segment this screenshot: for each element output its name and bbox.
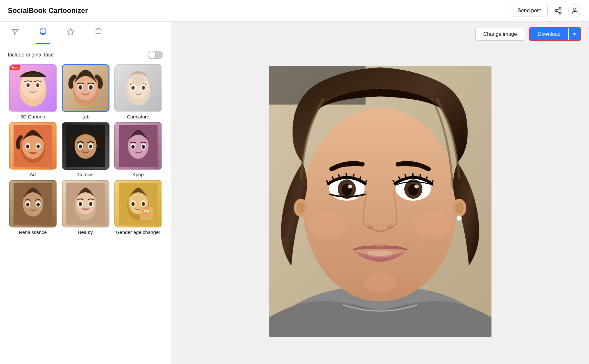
right-toolbar: Change image Download ▾ bbox=[171, 22, 589, 46]
svg-point-29 bbox=[142, 86, 145, 90]
svg-point-65 bbox=[89, 202, 92, 206]
face-kpop bbox=[115, 123, 161, 169]
svg-line-98 bbox=[353, 174, 354, 179]
face-3dcartoon bbox=[10, 65, 56, 111]
svg-point-75 bbox=[144, 210, 146, 212]
svg-point-37 bbox=[36, 145, 40, 148]
cartoon-portrait bbox=[269, 66, 491, 337]
svg-point-112 bbox=[367, 225, 374, 229]
svg-point-93 bbox=[348, 185, 352, 188]
download-button-container: Download ▾ bbox=[529, 27, 581, 41]
style-thumb-genderage bbox=[114, 180, 162, 228]
style-item-comics[interactable]: Comics bbox=[60, 122, 110, 177]
include-face-toggle[interactable] bbox=[148, 51, 163, 59]
svg-point-84 bbox=[414, 211, 453, 237]
style-thumb-comics bbox=[62, 122, 109, 170]
svg-line-108 bbox=[413, 173, 413, 178]
svg-point-74 bbox=[142, 206, 151, 217]
svg-point-36 bbox=[26, 145, 29, 148]
style-item-art[interactable]: Art bbox=[8, 122, 58, 177]
svg-point-9 bbox=[42, 29, 44, 31]
account-button[interactable] bbox=[568, 4, 581, 17]
svg-point-51 bbox=[142, 145, 145, 149]
left-panel: Include original face Hot bbox=[0, 22, 171, 364]
style-label-art: Art bbox=[30, 172, 36, 177]
style-item-caricature[interactable]: Caricature bbox=[113, 64, 163, 119]
svg-line-109 bbox=[420, 174, 420, 179]
account-icon bbox=[571, 7, 578, 14]
download-dropdown-button[interactable]: ▾ bbox=[569, 28, 580, 40]
style-label-caricature: Caricature bbox=[127, 114, 149, 119]
preview-image-container bbox=[269, 66, 491, 337]
face-genderage bbox=[115, 181, 161, 227]
share-icon bbox=[554, 6, 562, 15]
style-label-renaissance: Renaissance bbox=[19, 229, 47, 235]
tab-notification[interactable] bbox=[91, 22, 106, 44]
svg-point-58 bbox=[36, 203, 40, 207]
svg-point-5 bbox=[574, 8, 576, 10]
svg-point-113 bbox=[387, 225, 393, 229]
tabs-bar bbox=[0, 22, 171, 44]
send-post-button[interactable]: Send post bbox=[511, 5, 548, 16]
svg-point-115 bbox=[364, 272, 396, 292]
download-button[interactable]: Download bbox=[530, 28, 568, 40]
style-thumb-lab bbox=[62, 64, 109, 112]
style-label-kpop: Kpop bbox=[132, 172, 144, 177]
svg-marker-10 bbox=[67, 28, 74, 35]
svg-line-97 bbox=[346, 173, 347, 178]
hot-badge: Hot bbox=[10, 65, 20, 70]
tab-favorite[interactable] bbox=[63, 22, 78, 44]
svg-point-87 bbox=[457, 216, 462, 221]
tab-filter[interactable] bbox=[8, 22, 23, 44]
svg-point-64 bbox=[79, 202, 82, 206]
svg-point-104 bbox=[414, 185, 419, 188]
svg-point-22 bbox=[78, 85, 82, 90]
style-thumb-beauty bbox=[62, 180, 109, 228]
header: SocialBook Cartoonizer Send post bbox=[0, 0, 589, 22]
style-label-comics: Comics bbox=[77, 172, 93, 177]
tab-style[interactable] bbox=[36, 22, 50, 44]
style-item-lab[interactable]: Lab bbox=[60, 64, 110, 119]
change-image-button[interactable]: Change image bbox=[475, 28, 525, 41]
main-layout: Include original face Hot bbox=[0, 22, 589, 364]
cartoon-portrait-svg bbox=[269, 66, 491, 337]
svg-point-83 bbox=[307, 211, 346, 237]
chevron-down-icon: ▾ bbox=[573, 31, 576, 37]
svg-point-43 bbox=[79, 145, 82, 148]
face-comics bbox=[63, 123, 108, 169]
style-label-beauty: Beauty bbox=[78, 229, 93, 235]
header-left: SocialBook Cartoonizer bbox=[8, 6, 88, 15]
svg-point-44 bbox=[89, 145, 92, 148]
style-label-3dcartoon: 3D Cartoon bbox=[20, 114, 45, 119]
app-title: SocialBook Cartoonizer bbox=[8, 6, 88, 15]
toggle-label: Include original face bbox=[8, 52, 54, 58]
favorite-tab-icon bbox=[66, 27, 76, 39]
face-renaissance bbox=[10, 181, 56, 227]
filter-tab-icon bbox=[10, 27, 20, 39]
svg-point-50 bbox=[131, 145, 135, 149]
style-thumb-renaissance bbox=[9, 180, 57, 228]
style-item-beauty[interactable]: Beauty bbox=[60, 180, 110, 235]
preview-area bbox=[171, 46, 589, 364]
style-thumb-kpop bbox=[114, 122, 162, 170]
style-item-renaissance[interactable]: Renaissance bbox=[8, 180, 58, 235]
share-button[interactable] bbox=[552, 4, 564, 17]
face-lab bbox=[63, 65, 108, 111]
svg-line-4 bbox=[557, 9, 559, 10]
svg-point-23 bbox=[89, 85, 93, 90]
svg-point-76 bbox=[147, 210, 149, 212]
style-item-3dcartoon[interactable]: Hot bbox=[8, 64, 58, 119]
svg-point-89 bbox=[296, 202, 305, 214]
svg-point-30 bbox=[132, 74, 145, 86]
style-item-kpop[interactable]: Kpop bbox=[113, 122, 163, 177]
face-art bbox=[10, 123, 56, 169]
svg-rect-8 bbox=[42, 35, 44, 35]
svg-point-28 bbox=[131, 86, 135, 90]
style-label-genderage: Gender age changer bbox=[116, 229, 160, 235]
svg-rect-7 bbox=[41, 34, 45, 35]
style-thumb-caricature bbox=[114, 64, 162, 112]
style-item-genderage[interactable]: Gender age changer bbox=[113, 180, 163, 235]
toggle-row: Include original face bbox=[0, 44, 171, 64]
svg-point-71 bbox=[131, 202, 135, 206]
svg-point-57 bbox=[26, 203, 29, 207]
